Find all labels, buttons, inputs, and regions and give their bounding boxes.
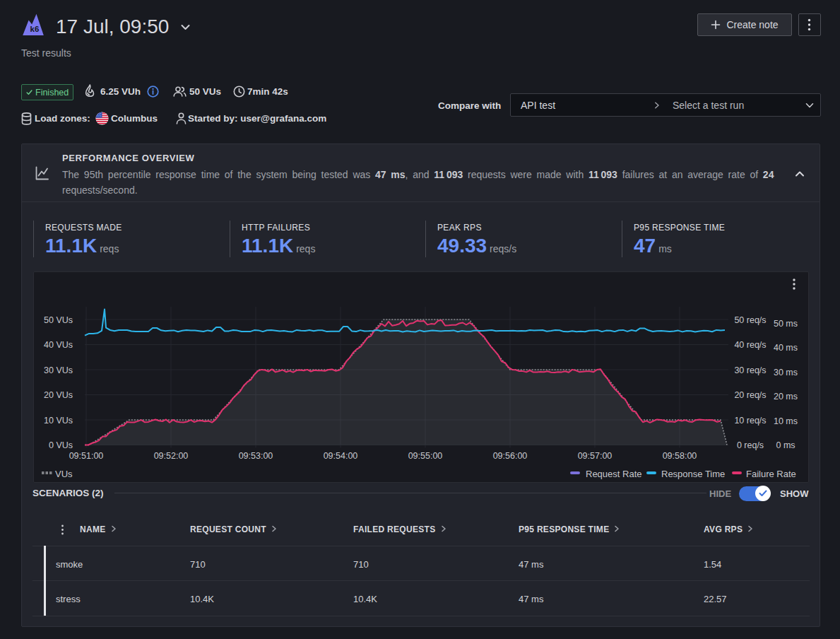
svg-text:Failure Rate: Failure Rate (746, 469, 796, 479)
svg-text:20 VUs: 20 VUs (44, 390, 73, 400)
svg-text:09:57:00: 09:57:00 (578, 451, 613, 461)
svg-text:30 VUs: 30 VUs (44, 365, 73, 375)
svg-text:20 req/s: 20 req/s (734, 390, 766, 400)
svg-text:09:58:00: 09:58:00 (663, 451, 697, 461)
svg-text:40 VUs: 40 VUs (44, 340, 73, 350)
svg-text:09:52:00: 09:52:00 (154, 451, 189, 461)
svg-text:0 req/s: 0 req/s (737, 440, 764, 450)
svg-text:09:51:00: 09:51:00 (69, 451, 104, 461)
svg-text:10 VUs: 10 VUs (44, 416, 73, 426)
svg-text:30 req/s: 30 req/s (734, 365, 766, 375)
svg-text:09:55:00: 09:55:00 (408, 451, 443, 461)
svg-text:k6: k6 (30, 25, 40, 33)
svg-text:50 req/s: 50 req/s (734, 315, 766, 325)
svg-text:10 req/s: 10 req/s (734, 416, 766, 426)
svg-text:Request Rate: Request Rate (586, 469, 642, 479)
svg-text:50 VUs: 50 VUs (44, 315, 73, 325)
svg-text:09:56:00: 09:56:00 (493, 451, 528, 461)
svg-text:VUs: VUs (55, 469, 73, 479)
svg-text:10 ms: 10 ms (774, 416, 798, 426)
svg-text:Response Time: Response Time (661, 469, 725, 479)
svg-text:40 req/s: 40 req/s (734, 340, 766, 350)
svg-text:50 ms: 50 ms (774, 319, 798, 329)
svg-text:09:53:00: 09:53:00 (239, 451, 273, 461)
svg-text:40 ms: 40 ms (774, 343, 798, 353)
svg-text:30 ms: 30 ms (774, 368, 798, 377)
svg-text:20 ms: 20 ms (774, 392, 798, 401)
svg-text:0 VUs: 0 VUs (49, 440, 73, 450)
svg-text:0 ms: 0 ms (776, 440, 795, 450)
svg-text:09:54:00: 09:54:00 (324, 451, 358, 461)
